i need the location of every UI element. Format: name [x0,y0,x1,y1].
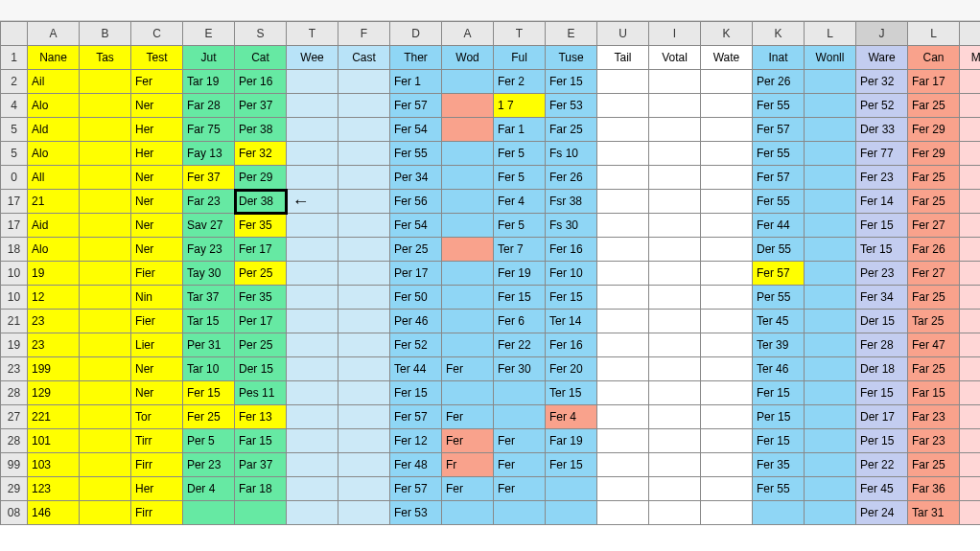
data-cell[interactable]: Fer 10 [546,262,597,286]
data-cell[interactable]: Alo [28,94,80,118]
data-cell[interactable] [80,333,131,357]
header-cell[interactable]: Wonll [805,46,856,70]
data-cell[interactable] [338,190,390,214]
data-cell[interactable]: Ner [131,214,183,238]
header-cell[interactable]: Tas [80,46,131,70]
data-cell[interactable]: Ner [131,166,183,190]
data-cell[interactable] [287,94,338,118]
data-cell[interactable]: Per 52 [856,94,908,118]
data-cell[interactable]: Tor [131,405,183,429]
data-cell[interactable]: Fer [494,453,546,477]
data-cell[interactable] [701,310,753,333]
data-cell[interactable]: Fer 54 [390,214,442,238]
data-cell[interactable] [442,214,494,238]
data-cell[interactable]: Fer [442,357,494,381]
data-cell[interactable]: Ter 14 [546,310,597,333]
data-cell[interactable] [805,429,856,453]
data-cell[interactable] [597,333,649,357]
column-header[interactable]: U [597,22,649,46]
data-cell[interactable] [597,166,649,190]
data-cell[interactable] [960,166,981,190]
data-cell[interactable]: Fer [442,405,494,429]
data-cell[interactable] [442,286,494,310]
data-cell[interactable]: Tar 25 [908,310,960,333]
data-cell[interactable]: Per 25 [235,333,287,357]
data-cell[interactable] [597,262,649,286]
data-cell[interactable] [338,166,390,190]
column-header[interactable]: K [753,22,805,46]
data-cell[interactable] [338,477,390,501]
data-cell[interactable]: Par 37 [235,453,287,477]
data-cell[interactable] [960,453,981,477]
data-cell[interactable]: Alo [28,142,80,166]
column-header[interactable]: K [701,22,753,46]
data-cell[interactable] [649,214,701,238]
data-cell[interactable]: Far 25 [908,94,960,118]
data-cell[interactable] [597,310,649,333]
data-cell[interactable] [960,429,981,453]
data-cell[interactable] [442,190,494,214]
data-cell[interactable] [701,166,753,190]
data-cell[interactable]: Fer 15 [856,381,908,405]
data-cell[interactable] [649,453,701,477]
header-cell[interactable]: Test [131,46,183,70]
data-cell[interactable] [442,118,494,142]
data-cell[interactable] [287,166,338,190]
data-cell[interactable] [287,477,338,501]
data-cell[interactable]: Fer 1 [390,70,442,94]
row-header[interactable]: 5 [1,142,28,166]
row-header[interactable]: 28 [1,381,28,405]
header-cell[interactable]: Ware [856,46,908,70]
data-cell[interactable]: Per 26 [753,70,805,94]
data-cell[interactable]: Fer 35 [753,453,805,477]
data-cell[interactable]: 21 [28,190,80,214]
data-cell[interactable]: Tar 10 [183,357,235,381]
data-cell[interactable]: Alo [28,238,80,262]
data-cell[interactable]: Tirr [131,429,183,453]
data-cell[interactable]: Aid [28,214,80,238]
data-cell[interactable]: Fier [131,310,183,333]
data-cell[interactable]: Fer 15 [546,70,597,94]
row-header[interactable]: 10 [1,286,28,310]
data-cell[interactable]: Fay 23 [183,238,235,262]
data-cell[interactable]: Fer 48 [390,453,442,477]
data-cell[interactable] [805,477,856,501]
row-header[interactable]: 21 [1,310,28,333]
row-header[interactable]: 28 [1,429,28,453]
data-cell[interactable]: Her [131,477,183,501]
data-cell[interactable]: Lier [131,333,183,357]
data-cell[interactable] [805,118,856,142]
data-cell[interactable] [442,333,494,357]
data-cell[interactable] [701,405,753,429]
row-header[interactable]: 19 [1,333,28,357]
data-cell[interactable] [442,262,494,286]
header-cell[interactable]: Cast [338,46,390,70]
data-cell[interactable] [597,453,649,477]
data-cell[interactable] [960,333,981,357]
data-cell[interactable] [287,286,338,310]
data-cell[interactable]: 1 7 [494,94,546,118]
row-header[interactable]: 4 [1,94,28,118]
data-cell[interactable]: Fer 57 [753,118,805,142]
data-cell[interactable] [287,429,338,453]
data-cell[interactable] [701,214,753,238]
spreadsheet[interactable]: ABCESTFDATEUIKKLJLF 1NaneTasTestJutCatWe… [0,21,980,525]
data-cell[interactable]: 129 [28,381,80,405]
data-cell[interactable]: Fer 52 [390,333,442,357]
data-cell[interactable]: Per 37 [235,94,287,118]
data-cell[interactable]: 199 [28,357,80,381]
header-cell[interactable]: Ther [390,46,442,70]
data-cell[interactable]: Far 23 [908,405,960,429]
data-cell[interactable] [805,381,856,405]
data-cell[interactable]: Fer 37 [183,166,235,190]
data-cell[interactable]: Fer 77 [856,142,908,166]
data-cell[interactable] [649,238,701,262]
data-cell[interactable]: Der 33 [856,118,908,142]
data-cell[interactable] [960,405,981,429]
data-cell[interactable] [338,118,390,142]
data-cell[interactable]: Fer 15 [183,381,235,405]
data-cell[interactable] [701,142,753,166]
data-cell[interactable]: Der 17 [856,405,908,429]
data-cell[interactable]: Ter 7 [494,238,546,262]
data-cell[interactable] [442,166,494,190]
